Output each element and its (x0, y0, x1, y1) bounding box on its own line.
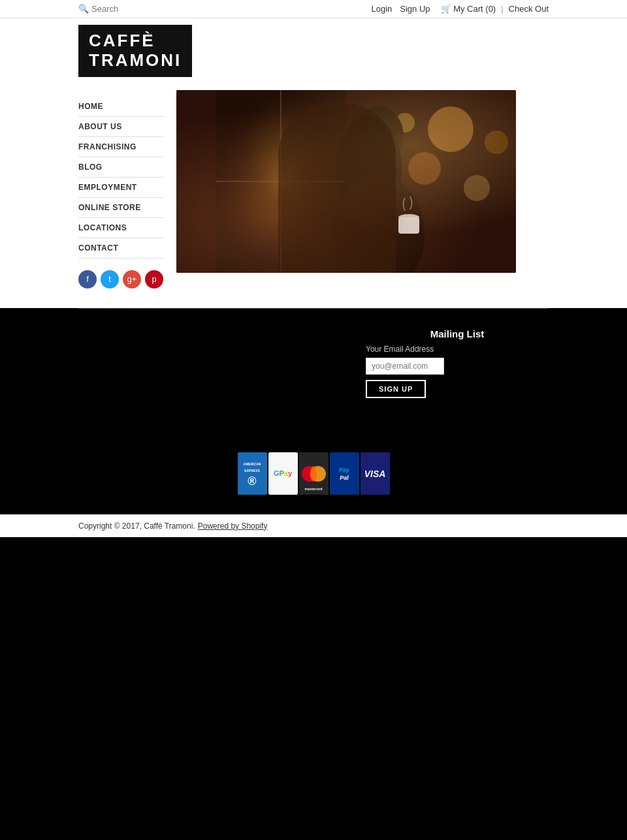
svg-rect-12 (398, 217, 419, 234)
nav-home[interactable]: HOME (78, 97, 163, 117)
svg-text:GPay: GPay (273, 469, 292, 477)
svg-text:Pal: Pal (340, 474, 349, 481)
svg-point-7 (485, 131, 508, 154)
svg-rect-1 (216, 90, 346, 273)
payment-cards: AMERICAN EXPRESS ® GPay (238, 452, 390, 495)
svg-text:mastercard: mastercard (304, 487, 322, 491)
search-input[interactable] (91, 4, 170, 14)
nav-blog[interactable]: BLOG (78, 157, 163, 178)
svg-text:Pay: Pay (338, 467, 349, 473)
svg-point-3 (428, 106, 474, 152)
logo-line1: CAFFÈ (89, 31, 182, 51)
svg-point-8 (354, 106, 404, 165)
copyright-bar: Copyright © 2017, Caffè Tramoni. Powered… (0, 514, 627, 537)
svg-point-13 (398, 214, 419, 221)
cart-area: 🛒 My Cart (0) | Check Out (441, 4, 549, 14)
mailing-signup-button[interactable]: SIGN UP (366, 380, 426, 398)
cart-label: My Cart (453, 4, 483, 14)
svg-point-6 (395, 113, 415, 132)
mailing-label: Your Email Address (366, 345, 549, 354)
footer-area: Mailing List Your Email Address SIGN UP … (0, 309, 627, 514)
search-icon: 🔍 (78, 4, 89, 14)
svg-rect-27 (330, 452, 359, 495)
payment-card-amex: AMERICAN EXPRESS ® (238, 452, 267, 495)
auth-links: Login Sign Up (371, 4, 430, 14)
twitter-icon[interactable]: t (101, 270, 119, 288)
nav-locations[interactable]: LOCATIONS (78, 218, 163, 238)
svg-point-25 (310, 466, 317, 482)
shopify-link[interactable]: Powered by Shopify (198, 521, 268, 531)
checkout-link[interactable]: Check Out (509, 4, 549, 14)
logo-wrapper: CAFFÈ TRAMONI (0, 18, 627, 84)
facebook-icon[interactable]: f (78, 270, 97, 288)
payment-card-paypal: Pay Pal (330, 452, 359, 495)
nav-employment[interactable]: EMPLOYMENT (78, 178, 163, 198)
svg-point-4 (408, 152, 441, 185)
payment-card-mastercard: mastercard (299, 452, 329, 495)
svg-rect-0 (176, 90, 516, 273)
svg-point-5 (464, 175, 490, 201)
cart-divider: | (501, 4, 503, 14)
mailing-section: Mailing List Your Email Address SIGN UP (366, 328, 549, 398)
sidebar: HOME ABOUT US FRANCHISING BLOG EMPLOYMEN… (78, 84, 163, 288)
copyright-text: Copyright © 2017, Caffè Tramoni. (78, 521, 195, 531)
svg-text:®: ® (248, 474, 256, 488)
content-area (163, 84, 549, 288)
logo-line2: TRAMONI (89, 51, 182, 70)
payment-card-gpay: GPay (268, 452, 298, 495)
nav-contact[interactable]: CONTACT (78, 238, 163, 258)
svg-point-10 (333, 175, 425, 273)
nav-about[interactable]: ABOUT US (78, 117, 163, 137)
social-icons: f t g+ p (78, 270, 163, 288)
nav-online-store[interactable]: ONLINE STORE (78, 198, 163, 218)
signup-link[interactable]: Sign Up (400, 4, 430, 14)
mailing-email-input[interactable] (366, 358, 444, 375)
payment-area: AMERICAN EXPRESS ® GPay (78, 452, 549, 495)
pinterest-icon[interactable]: p (145, 270, 163, 288)
svg-rect-2 (216, 90, 346, 273)
login-link[interactable]: Login (371, 4, 392, 14)
nav-franchising[interactable]: FRANCHISING (78, 137, 163, 157)
svg-text:EXPRESS: EXPRESS (244, 469, 260, 473)
logo-box: CAFFÈ TRAMONI (78, 25, 192, 77)
cart-icon: 🛒 (441, 4, 451, 14)
sidebar-and-content: HOME ABOUT US FRANCHISING BLOG EMPLOYMEN… (0, 84, 627, 308)
svg-rect-11 (389, 193, 415, 235)
top-bar: 🔍 Login Sign Up 🛒 My Cart (0) | Check Ou… (0, 0, 627, 18)
search-wrap: 🔍 (78, 4, 361, 14)
svg-text:VISA: VISA (364, 469, 385, 479)
hero-image (176, 90, 516, 273)
svg-text:AMERICAN: AMERICAN (243, 462, 261, 466)
payment-card-visa: VISA (361, 452, 390, 495)
cart-link[interactable]: 🛒 My Cart (0) (441, 4, 496, 14)
svg-point-9 (336, 116, 402, 221)
cart-count: (0) (485, 4, 496, 14)
svg-rect-16 (238, 452, 267, 495)
mailing-title: Mailing List (366, 328, 549, 339)
googleplus-icon[interactable]: g+ (123, 270, 141, 288)
